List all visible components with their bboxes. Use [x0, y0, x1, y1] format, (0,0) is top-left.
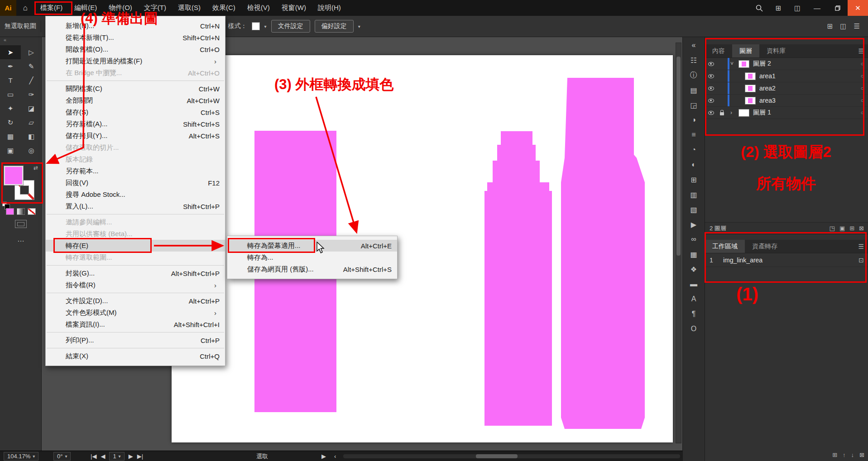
file-menu-item[interactable]: 另存範本... › — [46, 165, 225, 177]
edit-toolbar-icon[interactable]: … — [0, 235, 42, 243]
layer-row[interactable]: area3 ○ — [705, 95, 868, 107]
file-menu-item[interactable]: 邀請參與編輯... › — [46, 216, 225, 228]
new-artboard-icon[interactable]: ⊞ — [832, 451, 837, 458]
layer-name[interactable]: 圖層 1 — [753, 109, 771, 117]
file-menu-item[interactable]: 文件色彩模式(M) › — [46, 307, 225, 318]
asset-export-panel-icon[interactable]: ◲ — [687, 100, 700, 109]
file-menu-item[interactable]: 封裝(G)... Alt+Shift+Ctrl+P › — [46, 267, 225, 279]
move-artboard-down-icon[interactable]: ↓ — [851, 451, 854, 458]
rectangle-tool[interactable]: ▭ — [0, 87, 21, 101]
rotation-dropdown[interactable]: 0° ▾ — [53, 452, 71, 461]
shaper-tool[interactable]: ✦ — [0, 101, 21, 115]
search-icon[interactable] — [750, 0, 769, 16]
menubar-item[interactable]: 效果(C) — [206, 0, 241, 16]
target-circle-icon[interactable]: ○ — [861, 61, 864, 67]
menubar-item[interactable]: 說明(H) — [312, 0, 347, 16]
magenta-bottle-shape-small[interactable] — [484, 131, 552, 426]
symbols-panel-icon[interactable]: ▧ — [687, 205, 700, 214]
file-menu-item[interactable]: 儲存拷貝(Y)... Alt+Ctrl+S › — [46, 130, 225, 142]
file-menu-item[interactable]: 搜尋 Adobe Stock... › — [46, 189, 225, 200]
zoom-tool[interactable]: ◎ — [21, 143, 42, 157]
next-artboard-icon[interactable]: ▶ — [129, 453, 133, 460]
menubar-item[interactable]: 選取(S) — [172, 0, 206, 16]
chevron-down-icon[interactable]: ▾ — [358, 24, 360, 29]
properties-panel-icon[interactable]: ☷ — [687, 56, 700, 65]
maximize-button[interactable] — [827, 0, 848, 16]
line-segment-tool[interactable]: ╱ — [21, 73, 42, 87]
file-menu-item[interactable]: 新增(N)... Ctrl+N › — [46, 20, 225, 32]
chevron-down-icon[interactable]: ▾ — [264, 24, 267, 29]
direct-selection-tool[interactable]: ▷ — [21, 45, 42, 59]
artboard-tool[interactable]: ▣ — [0, 143, 21, 157]
file-menu-item[interactable]: 共用以供審核 (Beta)... › — [46, 228, 225, 240]
last-artboard-icon[interactable]: ▶| — [137, 453, 143, 460]
paragraph-panel-icon[interactable]: ¶ — [687, 309, 700, 318]
vertical-scrollbar-thumb[interactable] — [676, 57, 681, 256]
home-icon[interactable]: ⌂ — [16, 0, 34, 16]
horizontal-scrollbar-thumb[interactable] — [476, 454, 518, 458]
scrollbar-chevron-icon[interactable]: ‹ — [334, 453, 336, 460]
visibility-toggle[interactable] — [705, 99, 717, 103]
selection-tool[interactable]: ➤ — [0, 45, 21, 59]
layer-name[interactable]: 圖層 2 — [753, 60, 771, 68]
disclosure-triangle-icon[interactable] — [730, 61, 739, 67]
swap-fill-stroke-icon[interactable]: ⇄ — [34, 165, 38, 171]
file-menu-item[interactable]: 開啟舊檔(O)... Ctrl+O › — [46, 43, 225, 55]
gradient-tool[interactable]: ◧ — [21, 129, 42, 143]
panel-tab[interactable]: 內容 — [705, 44, 732, 57]
target-circle-icon[interactable]: ○ — [861, 85, 864, 91]
file-menu-item[interactable]: 結束(X) Ctrl+Q › — [46, 350, 225, 362]
panel-tab[interactable]: 資料庫 — [759, 44, 793, 57]
file-menu-item[interactable]: 版本記錄 › — [46, 153, 225, 165]
file-menu-item[interactable]: 從範本新增(T)... Shift+Ctrl+N › — [46, 32, 225, 43]
export-submenu-item[interactable]: 轉存為螢幕適用... Alt+Ctrl+E › — [227, 240, 397, 252]
zoom-level-dropdown[interactable]: 104.17% ▾ — [4, 452, 38, 461]
gradient-mode-button[interactable] — [17, 208, 25, 215]
vertical-scrollbar[interactable] — [676, 43, 681, 443]
rotate-tool[interactable]: ↻ — [0, 115, 21, 129]
target-circle-icon[interactable]: ○ — [861, 109, 864, 116]
preferences-button[interactable]: 偏好設定 — [315, 20, 354, 33]
artboard-name[interactable]: img_link_area — [723, 257, 762, 264]
workspace-switcher-icon[interactable]: ⊞ — [827, 22, 833, 30]
shape-builder-tool[interactable]: ▦ — [0, 129, 21, 143]
curvature-tool[interactable]: ✎ — [21, 59, 42, 73]
color-mode-button[interactable] — [6, 208, 14, 215]
stroke-panel-icon[interactable]: ≡ — [687, 130, 700, 139]
disclosure-triangle-icon[interactable] — [730, 109, 739, 116]
actions-panel-icon[interactable]: ▶ — [687, 220, 700, 229]
file-menu-item[interactable]: 全部關閉 Alt+Ctrl+W › — [46, 95, 225, 106]
visibility-toggle[interactable] — [705, 86, 717, 90]
layer-row[interactable]: 圖層 1 ○ — [705, 107, 868, 119]
brushes-panel-icon[interactable]: ▥ — [687, 190, 700, 199]
panel-tab[interactable]: 圖層 — [732, 44, 759, 57]
collapse-toolbar-icon[interactable]: « — [0, 37, 41, 45]
info-panel-icon[interactable]: ⓘ — [687, 71, 700, 80]
draw-normal-icon[interactable] — [15, 220, 27, 228]
file-menu-item[interactable]: 回復(V) F12 › — [46, 177, 225, 189]
previous-artboard-icon[interactable]: ◀ — [101, 453, 105, 460]
menubar-item[interactable]: 視窗(W) — [276, 0, 312, 16]
layout-icon[interactable]: ◫ — [788, 0, 807, 16]
menubar-item[interactable]: 編輯(E) — [68, 0, 103, 16]
export-submenu-item[interactable]: 轉存為... › — [227, 252, 397, 263]
pathfinder-panel-icon[interactable]: ❖ — [687, 265, 700, 274]
color-guide-panel-icon[interactable]: ◑ — [687, 115, 700, 124]
panel-menu-icon[interactable]: ☰ — [858, 44, 868, 57]
magenta-bottle-shape-large[interactable] — [561, 78, 645, 429]
layer-name[interactable]: area3 — [759, 97, 776, 104]
style-chip[interactable] — [252, 22, 260, 30]
eraser-tool[interactable]: ◪ — [21, 101, 42, 115]
gradient-panel-icon[interactable]: ◐ — [687, 160, 700, 169]
close-button[interactable]: ✕ — [848, 0, 868, 16]
swatches-panel-icon[interactable]: ⊞ — [687, 175, 700, 184]
collect-for-export-icon[interactable]: ◳ — [830, 225, 835, 232]
pen-tool[interactable]: ✒ — [0, 59, 21, 73]
file-menu-item[interactable]: 另存新檔(A)... Shift+Ctrl+S › — [46, 118, 225, 130]
layer-name[interactable]: area1 — [759, 72, 776, 80]
lock-toggle[interactable] — [717, 110, 727, 115]
target-circle-icon[interactable]: ○ — [861, 97, 864, 104]
links-panel-icon[interactable]: ∞ — [687, 235, 700, 244]
default-swatches-icon[interactable] — [2, 202, 7, 206]
visibility-toggle[interactable] — [705, 62, 717, 66]
